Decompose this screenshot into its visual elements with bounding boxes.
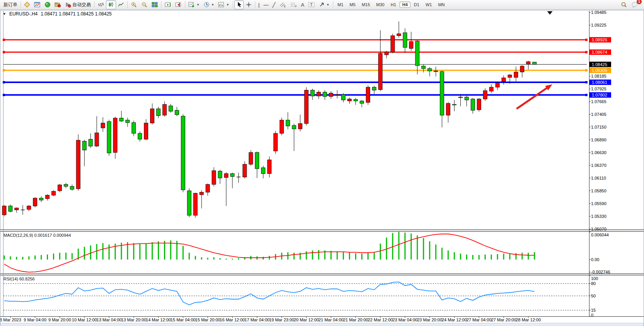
auto-trading-button[interactable]: 自动交易 <box>63 0 93 9</box>
svg-text:9 Mar 04:00: 9 Mar 04:00 <box>24 318 46 322</box>
macd-label: MACD(12,26,9) 0.001617 0.000944 <box>3 233 71 238</box>
trendline-button[interactable]: ╱ <box>270 0 277 9</box>
toolbar-separator <box>255 1 255 8</box>
svg-text:1.07150: 1.07150 <box>591 125 606 129</box>
horizontal-line-icon: — <box>263 2 268 7</box>
chart-shift-button[interactable] <box>173 0 184 9</box>
svg-text:1.08305: 1.08305 <box>592 68 607 73</box>
market-watch-button[interactable] <box>43 0 53 9</box>
auto-scroll-button[interactable] <box>163 0 173 9</box>
bar-chart-icon <box>98 2 104 8</box>
timeframe-button-H4[interactable]: H4 <box>400 2 410 8</box>
history-center-button[interactable] <box>53 0 63 9</box>
new-chart-icon <box>34 2 41 8</box>
toolbar-separator <box>127 1 128 8</box>
macd-values: 0.001617 0.000944 <box>34 233 71 238</box>
svg-text:0: 0 <box>591 313 593 318</box>
svg-text:1.08061: 1.08061 <box>592 80 607 85</box>
chart-canvas[interactable]: 1.094851.092251.081851.079251.076651.074… <box>0 10 644 326</box>
crosshair-button[interactable] <box>244 0 254 9</box>
time-axis[interactable]: 8 Mar 20239 Mar 04:009 Mar 20:0010 Mar 1… <box>0 316 541 322</box>
notifications-button[interactable]: 1 <box>629 0 640 9</box>
timeframe-button-M30[interactable]: M30 <box>374 2 387 8</box>
dropdown-caret-icon: ▼ <box>211 3 214 7</box>
line-chart-button[interactable] <box>116 0 126 9</box>
tile-windows-button[interactable] <box>150 0 160 9</box>
cursor-button[interactable] <box>234 0 244 9</box>
svg-text:20 Mar 12:00: 20 Mar 12:00 <box>294 318 319 322</box>
chart-ohlc-label: 1.08471 1.08471 1.08425 1.08425 <box>41 11 112 17</box>
svg-text:T: T <box>310 3 313 7</box>
candlestick-series <box>2 22 536 218</box>
timeframe-button-H1[interactable]: H1 <box>388 2 399 8</box>
candlestick-chart-button[interactable] <box>106 0 116 9</box>
svg-text:1.07925: 1.07925 <box>591 87 606 91</box>
text-label-icon: T <box>308 2 315 8</box>
horizontal-level-lines[interactable]: 1.089261.086741.084251.083051.080611.078… <box>3 37 611 98</box>
text-button[interactable]: A <box>299 0 306 9</box>
vertical-line-icon: | <box>258 2 260 7</box>
toolbar: 新订单 自动交易 ▼ <box>0 0 644 10</box>
zoom-out-button[interactable] <box>139 0 150 9</box>
horizontal-scrollbar[interactable] <box>0 323 644 326</box>
templates-button[interactable]: ▼ <box>216 0 231 9</box>
svg-text:1.09225: 1.09225 <box>591 23 606 27</box>
horizontal-line-button[interactable]: — <box>261 0 270 9</box>
timeframe-button-M15[interactable]: M15 <box>359 2 372 8</box>
one-click-dropdown-icon[interactable]: ▼ <box>3 12 6 16</box>
gold-diamond-icon <box>24 2 30 8</box>
timeframe-button-D1[interactable]: D1 <box>411 2 422 8</box>
svg-text:22 Mar 12:00: 22 Mar 12:00 <box>368 318 393 322</box>
timeframe-button-MN[interactable]: MN <box>436 2 448 8</box>
dropdown-caret-icon: ▼ <box>326 3 330 7</box>
text-label-button[interactable]: T <box>306 0 317 9</box>
toolbar-grip <box>333 1 333 8</box>
svg-text:80: 80 <box>591 281 596 286</box>
svg-text:-0.002746: -0.002746 <box>591 270 610 274</box>
svg-text:0.006044: 0.006044 <box>591 233 609 237</box>
history-folder-icon <box>55 2 61 8</box>
new-chart-button[interactable] <box>32 0 43 9</box>
indicators-button[interactable]: ▼ <box>186 0 202 9</box>
timeframe-button-M5[interactable]: M5 <box>347 2 358 8</box>
equidistant-channel-button[interactable]: E <box>277 0 288 9</box>
timeframe-button-W1[interactable]: W1 <box>423 2 435 8</box>
zoom-out-icon <box>141 2 148 8</box>
svg-text:23 Mar 04:00: 23 Mar 04:00 <box>393 318 418 322</box>
chart-shift-icon <box>175 2 182 8</box>
toolbar-grip <box>161 1 162 8</box>
svg-text:1.06890: 1.06890 <box>591 138 606 142</box>
svg-text:0.00: 0.00 <box>591 257 599 262</box>
svg-text:13 Mar 04:00: 13 Mar 04:00 <box>97 318 122 322</box>
price-axis[interactable]: 1.094851.092251.081851.079251.076651.074… <box>589 10 606 231</box>
svg-text:E: E <box>284 5 286 8</box>
svg-text:24 Mar 12:00: 24 Mar 12:00 <box>442 318 467 322</box>
macd-pane: 0.0060440.00-0.002746 <box>4 232 610 274</box>
svg-text:28 Mar 12:00: 28 Mar 12:00 <box>516 318 541 322</box>
metaeditor-button[interactable] <box>22 0 32 9</box>
new-order-button[interactable]: 新订单 <box>2 0 19 9</box>
vertical-line-button[interactable]: | <box>256 0 261 9</box>
svg-text:27 Mar 20:00: 27 Mar 20:00 <box>491 318 516 322</box>
svg-text:21 Mar 04:00: 21 Mar 04:00 <box>318 318 343 322</box>
search-button[interactable] <box>619 0 629 9</box>
chart-shift-marker[interactable] <box>547 11 553 15</box>
rsi-name: RSI(14) <box>3 277 18 281</box>
arrow-annotation[interactable] <box>517 84 552 109</box>
text-icon: A <box>301 2 304 7</box>
fibonacci-button[interactable]: F <box>288 0 299 9</box>
timeframe-button-M1[interactable]: M1 <box>335 2 346 8</box>
svg-text:15 Mar 04:00: 15 Mar 04:00 <box>171 318 196 322</box>
svg-text:1.05590: 1.05590 <box>591 201 606 206</box>
chart-window: ▼ EURUSD-,H4 1.08471 1.08471 1.08425 1.0… <box>0 10 644 326</box>
zoom-in-button[interactable] <box>129 0 139 9</box>
arrows-button[interactable]: ▼ <box>317 0 331 9</box>
svg-text:1.07665: 1.07665 <box>591 99 606 104</box>
bar-chart-button[interactable] <box>96 0 106 9</box>
svg-text:15 Mar 20:00: 15 Mar 20:00 <box>195 318 220 322</box>
svg-text:1.05850: 1.05850 <box>591 188 606 193</box>
svg-text:1.06630: 1.06630 <box>591 150 606 155</box>
svg-text:15: 15 <box>591 308 596 312</box>
pane-frames <box>0 11 644 317</box>
periods-button[interactable]: ▼ <box>202 0 216 9</box>
